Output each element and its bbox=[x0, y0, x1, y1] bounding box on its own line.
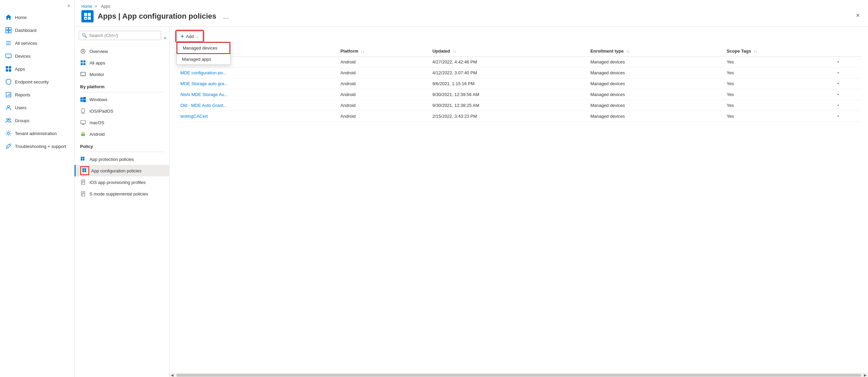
svg-rect-10 bbox=[6, 66, 8, 69]
col-header-updated[interactable]: Updated ↑↓ bbox=[428, 46, 586, 57]
cell-more[interactable]: • bbox=[833, 57, 861, 68]
svg-rect-34 bbox=[81, 63, 83, 65]
policy-link[interactable]: MDE Storage auto gra... bbox=[180, 81, 228, 86]
nav-item-all-services[interactable]: All services bbox=[0, 37, 74, 50]
cell-enrollment-type: Managed devices bbox=[586, 100, 723, 111]
col-header-more bbox=[833, 46, 861, 57]
policy-link[interactable]: Nishi MDE Storage Au... bbox=[180, 92, 228, 97]
s-mode-icon bbox=[80, 191, 86, 197]
cell-name: testingCACert bbox=[176, 111, 336, 122]
cell-platform: Android bbox=[336, 68, 428, 78]
side-nav-app-protection[interactable]: App protection policies bbox=[75, 153, 169, 165]
nav-endpoint-label: Endpoint security bbox=[15, 79, 49, 84]
home-icon bbox=[5, 14, 12, 20]
android-label: Android bbox=[90, 132, 105, 137]
nav-dashboard-label: Dashboard bbox=[15, 28, 37, 33]
cell-more[interactable]: • bbox=[833, 100, 861, 111]
add-button[interactable]: + Add ⌄ bbox=[176, 31, 203, 42]
content-toolbar: + Add ⌄ Managed devices Managed apps bbox=[170, 27, 868, 46]
nav-item-groups[interactable]: Groups bbox=[0, 114, 74, 127]
cell-scope-tags: Yes bbox=[723, 68, 833, 78]
svg-rect-27 bbox=[88, 17, 91, 20]
svg-rect-12 bbox=[6, 69, 8, 72]
by-platform-header: By platform bbox=[75, 80, 169, 91]
cell-platform: Android bbox=[336, 89, 428, 100]
col-header-enrollment[interactable]: Enrollment type ↑↓ bbox=[586, 46, 723, 57]
overview-icon bbox=[80, 48, 86, 54]
more-options-button[interactable]: ... bbox=[223, 13, 229, 20]
android-icon bbox=[80, 131, 86, 137]
nav-item-apps[interactable]: Apps bbox=[0, 62, 74, 75]
nav-groups-label: Groups bbox=[15, 118, 29, 123]
app-protection-icon bbox=[80, 156, 86, 162]
side-search-container[interactable]: 🔍 bbox=[79, 31, 161, 40]
dropdown-managed-devices[interactable]: Managed devices bbox=[177, 42, 230, 54]
policy-header: Policy bbox=[75, 140, 169, 150]
nav-item-home[interactable]: Home bbox=[0, 11, 74, 24]
side-nav-app-configuration[interactable]: App configuration policies bbox=[75, 165, 169, 176]
svg-line-22 bbox=[10, 144, 11, 145]
cell-more[interactable]: • bbox=[833, 111, 861, 122]
ios-label: iOS/iPadOS bbox=[90, 109, 113, 114]
side-nav-macos[interactable]: macOS bbox=[75, 117, 169, 128]
header-left: Home > Apps Apps | App configuration pol… bbox=[81, 4, 229, 26]
cell-updated: 9/6/2021, 1:15:16 PM bbox=[428, 78, 586, 89]
search-input[interactable] bbox=[89, 33, 158, 38]
cell-enrollment-type: Managed devices bbox=[586, 78, 723, 89]
scroll-right-arrow[interactable]: ▶ bbox=[863, 373, 868, 377]
side-nav-ios[interactable]: iOS/iPadOS bbox=[75, 105, 169, 117]
ios-provisioning-label: iOS app provisioning profiles bbox=[90, 180, 145, 185]
app-protection-label: App protection policies bbox=[90, 157, 134, 162]
policy-link[interactable]: testingCACert bbox=[180, 114, 208, 119]
side-nav-ios-provisioning[interactable]: iOS app provisioning profiles bbox=[75, 176, 169, 188]
side-collapse-button[interactable]: « bbox=[164, 35, 169, 40]
left-navigation: « Home Dashboard All services Devices Ap… bbox=[0, 0, 75, 377]
table-row: MDE configuration po... Android 4/12/202… bbox=[176, 68, 861, 78]
svg-rect-51 bbox=[83, 157, 84, 158]
cell-more[interactable]: • bbox=[833, 68, 861, 78]
nav-item-tenant-admin[interactable]: Tenant administration bbox=[0, 127, 74, 140]
side-nav-overview[interactable]: Overview bbox=[75, 45, 169, 57]
nav-item-users[interactable]: Users bbox=[0, 101, 74, 114]
side-nav-android[interactable]: Android bbox=[75, 128, 169, 140]
nav-reports-label: Reports bbox=[15, 92, 31, 97]
svg-rect-55 bbox=[84, 168, 86, 170]
table-horizontal-scrollbar[interactable]: ◀ ▶ bbox=[170, 373, 868, 377]
side-nav-windows[interactable]: Windows bbox=[75, 94, 169, 105]
reports-icon bbox=[5, 92, 12, 98]
nav-item-troubleshooting[interactable]: Troubleshooting + support bbox=[0, 140, 74, 153]
table-row: Nishi MDE Storage Au... Android 9/30/202… bbox=[176, 89, 861, 100]
svg-rect-41 bbox=[81, 120, 85, 124]
page-header: Home > Apps Apps | App configuration pol… bbox=[75, 0, 868, 27]
policy-link[interactable]: Old - MDE Auto Grant... bbox=[180, 103, 227, 108]
side-nav-s-mode[interactable]: S mode supplemental policies bbox=[75, 188, 169, 200]
side-nav-monitor[interactable]: Monitor bbox=[75, 69, 169, 80]
svg-point-19 bbox=[7, 119, 8, 120]
dropdown-managed-apps[interactable]: Managed apps bbox=[177, 54, 230, 64]
s-mode-label: S mode supplemental policies bbox=[90, 191, 148, 196]
nav-item-devices[interactable]: Devices bbox=[0, 50, 74, 62]
cell-more[interactable]: • bbox=[833, 78, 861, 89]
col-header-scope-tags[interactable]: Scope Tags ↑↓ bbox=[723, 46, 833, 57]
cell-platform: Android bbox=[336, 57, 428, 68]
col-header-platform[interactable]: Platform ↑↓ bbox=[336, 46, 428, 57]
cell-updated: 9/30/2021, 12:39:56 AM bbox=[428, 89, 586, 100]
close-button[interactable]: × bbox=[854, 10, 861, 21]
breadcrumb-home[interactable]: Home bbox=[81, 4, 92, 9]
svg-rect-53 bbox=[83, 159, 84, 161]
breadcrumb: Home > Apps bbox=[81, 4, 229, 9]
cell-enrollment-type: Managed devices bbox=[586, 57, 723, 68]
svg-rect-11 bbox=[9, 66, 11, 69]
toolbar-wrapper: + Add ⌄ Managed devices Managed apps bbox=[176, 31, 203, 42]
cell-updated: 9/30/2021, 12:38:25 AM bbox=[428, 100, 586, 111]
scroll-left-arrow[interactable]: ◀ bbox=[170, 373, 175, 377]
nav-collapse-button[interactable]: « bbox=[0, 0, 74, 11]
nav-item-reports[interactable]: Reports bbox=[0, 88, 74, 101]
table-row: Defender on personal ... Android 4/27/20… bbox=[176, 57, 861, 68]
side-nav-all-apps[interactable]: All apps bbox=[75, 57, 169, 69]
nav-item-dashboard[interactable]: Dashboard bbox=[0, 24, 74, 37]
nav-item-endpoint-security[interactable]: Endpoint security bbox=[0, 75, 74, 88]
cell-more[interactable]: • bbox=[833, 89, 861, 100]
svg-rect-35 bbox=[83, 63, 85, 65]
policy-link[interactable]: MDE configuration po... bbox=[180, 70, 226, 75]
